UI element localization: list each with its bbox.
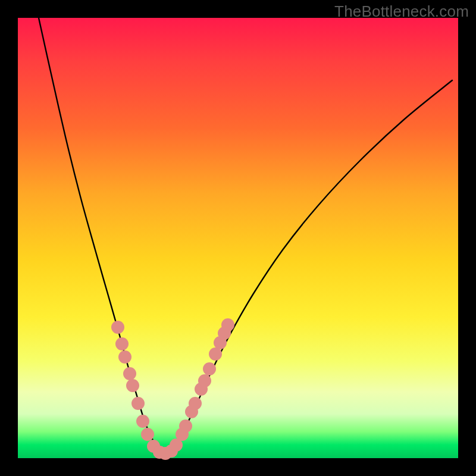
marker-dot	[198, 374, 211, 387]
watermark-text: TheBottleneck.com	[334, 2, 469, 21]
marker-dot	[123, 367, 136, 380]
marker-dot	[189, 397, 202, 410]
highlighted-points	[111, 318, 234, 460]
plot-area	[18, 18, 458, 458]
marker-dot	[209, 347, 222, 361]
marker-dot	[126, 379, 139, 392]
marker-dot	[221, 318, 234, 331]
marker-dot	[131, 397, 145, 410]
marker-dot	[141, 428, 154, 441]
chart-stage: TheBottleneck.com	[0, 0, 476, 476]
marker-dot	[111, 321, 124, 334]
marker-dot	[136, 415, 149, 428]
marker-dot	[115, 337, 129, 350]
curve-layer	[18, 18, 458, 458]
marker-dot	[203, 362, 216, 375]
marker-dot	[179, 419, 192, 433]
bottleneck-curve	[39, 18, 452, 454]
marker-dot	[118, 350, 131, 364]
